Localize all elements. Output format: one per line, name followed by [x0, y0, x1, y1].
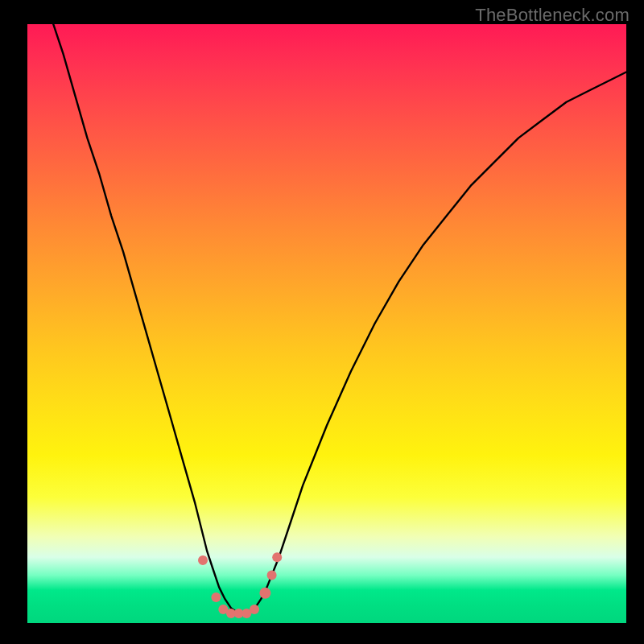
curve-marker — [211, 592, 221, 602]
curve-svg — [27, 24, 626, 623]
curve-marker — [267, 571, 277, 580]
plot-area — [27, 24, 626, 623]
chart-frame: TheBottleneck.com — [0, 0, 644, 644]
curve-marker — [259, 588, 270, 599]
bottleneck-curve — [27, 0, 626, 614]
curve-marker — [198, 555, 208, 565]
curve-marker — [272, 552, 282, 562]
curve-marker — [250, 605, 259, 614]
watermark-text: TheBottleneck.com — [475, 5, 630, 26]
